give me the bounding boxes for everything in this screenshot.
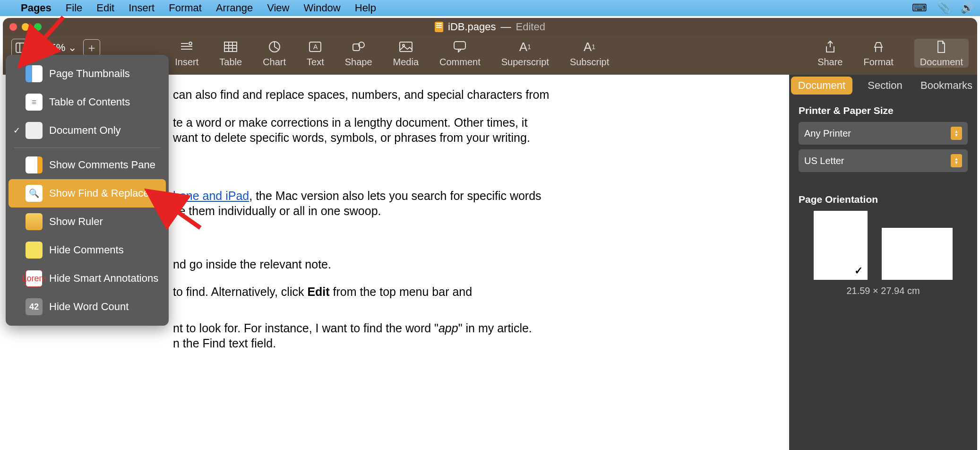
- minimize-button[interactable]: [22, 23, 29, 31]
- titlebar: iDB.pages — Edited: [3, 18, 977, 36]
- toolbar-text[interactable]: AText: [307, 39, 324, 68]
- menu-document-only[interactable]: ✓Document Only: [9, 116, 166, 145]
- shape-icon: [352, 39, 365, 55]
- menu-window[interactable]: Window: [304, 2, 341, 14]
- subscript-icon: A1: [584, 39, 595, 55]
- view-dropdown-menu: Page Thumbnails ≡Table of Contents ✓Docu…: [6, 55, 169, 326]
- inspector-tabs: Document Section Bookmarks: [789, 75, 977, 96]
- superscript-icon: A1: [519, 39, 531, 55]
- orientation-portrait[interactable]: [814, 211, 868, 280]
- checkmark-icon: ✓: [13, 125, 20, 136]
- toolbar-comment[interactable]: Comment: [439, 39, 481, 68]
- menu-view[interactable]: View: [267, 2, 289, 14]
- close-button[interactable]: [9, 23, 17, 31]
- toolbar-media[interactable]: Media: [393, 39, 419, 68]
- ruler-icon: [26, 213, 43, 230]
- menu-show-ruler[interactable]: Show Ruler: [9, 208, 166, 236]
- toc-icon: ≡: [26, 94, 43, 111]
- svg-line-22: [172, 208, 200, 228]
- sticky-note-icon: [26, 242, 43, 259]
- toolbar-table[interactable]: Table: [219, 39, 242, 68]
- tab-document[interactable]: Document: [791, 77, 852, 95]
- format-brush-icon: [873, 39, 884, 55]
- sidebar-icon: [16, 43, 28, 53]
- link-iphone-ipad[interactable]: hone and iPad: [173, 189, 249, 202]
- search-icon: 🔍: [26, 185, 43, 202]
- table-icon: [224, 39, 237, 55]
- svg-rect-0: [16, 43, 27, 52]
- svg-rect-18: [454, 42, 465, 49]
- svg-rect-6: [224, 42, 237, 52]
- attachment-icon[interactable]: 📎: [937, 2, 950, 14]
- orientation-header: Page Orientation: [799, 194, 968, 205]
- menu-insert[interactable]: Insert: [129, 2, 155, 14]
- share-icon: [825, 39, 835, 55]
- menu-hide-smart-annotations[interactable]: LoremHide Smart Annotations: [9, 264, 166, 293]
- add-page-button[interactable]: ＋: [83, 39, 100, 56]
- title-separator: —: [501, 21, 511, 33]
- menu-separator: [14, 147, 160, 148]
- menu-hide-word-count[interactable]: 42Hide Word Count: [9, 293, 166, 321]
- toolbar-document[interactable]: Document: [914, 39, 969, 68]
- word-count-icon: 42: [26, 298, 43, 315]
- annotation-arrow-menu: [167, 204, 205, 234]
- toolbar-chart[interactable]: Chart: [263, 39, 286, 68]
- comment-icon: [454, 39, 466, 55]
- menu-help[interactable]: Help: [355, 2, 376, 14]
- stepper-icon: ▲▼: [951, 127, 962, 140]
- chart-icon: [268, 39, 281, 55]
- menu-arrange[interactable]: Arrange: [216, 2, 253, 14]
- menu-show-find-replace[interactable]: 🔍Show Find & Replace: [9, 179, 166, 208]
- toolbar-shape[interactable]: Shape: [345, 39, 372, 68]
- annotation-arrow-top: [35, 17, 68, 52]
- menu-show-comments-pane[interactable]: Show Comments Pane: [9, 151, 166, 179]
- menu-edit[interactable]: Edit: [96, 2, 114, 14]
- chevron-down-icon: ⌄: [68, 42, 77, 54]
- volume-icon[interactable]: 🔊: [961, 2, 973, 14]
- thumbnails-icon: [26, 65, 43, 82]
- toolbar-superscript[interactable]: A1Superscript: [501, 39, 549, 68]
- app-menu[interactable]: Pages: [21, 2, 52, 14]
- svg-line-20: [40, 17, 63, 43]
- media-icon: [399, 39, 413, 55]
- insert-icon: [180, 39, 194, 55]
- view-menu-button[interactable]: [11, 39, 32, 57]
- doc-only-icon: [26, 122, 43, 139]
- menu-table-of-contents[interactable]: ≡Table of Contents: [9, 88, 166, 116]
- toolbar-subscript[interactable]: A1Subscript: [570, 39, 609, 68]
- printer-select[interactable]: Any Printer ▲▼: [799, 122, 968, 145]
- menu-hide-comments[interactable]: Hide Comments: [9, 236, 166, 264]
- document-status: Edited: [516, 21, 545, 33]
- toolbar-insert[interactable]: Insert: [175, 39, 198, 68]
- tab-bookmarks[interactable]: Bookmarks: [916, 79, 977, 92]
- svg-text:A: A: [313, 43, 318, 51]
- svg-point-5: [189, 42, 192, 45]
- stepper-icon: ▲▼: [951, 154, 962, 167]
- comments-pane-icon: [26, 156, 43, 173]
- document-file-icon: [435, 22, 443, 32]
- menu-page-thumbnails[interactable]: Page Thumbnails: [9, 60, 166, 88]
- menu-format[interactable]: Format: [169, 2, 202, 14]
- page-dimensions: 21.59 × 27.94 cm: [799, 286, 968, 296]
- tab-section[interactable]: Section: [854, 79, 916, 92]
- svg-rect-16: [400, 42, 412, 52]
- orientation-landscape[interactable]: [882, 228, 953, 280]
- document-filename: iDB.pages: [448, 21, 496, 33]
- text-icon: A: [309, 39, 321, 55]
- menu-file[interactable]: File: [66, 2, 82, 14]
- system-menubar: Pages File Edit Insert Format Arrange Vi…: [0, 0, 980, 16]
- document-icon: [937, 39, 946, 55]
- toolbar-format[interactable]: Format: [864, 39, 894, 68]
- lorem-icon: Lorem: [26, 270, 43, 287]
- input-menu-icon[interactable]: ⌨: [912, 2, 927, 14]
- toolbar-share[interactable]: Share: [817, 39, 842, 68]
- printer-paper-header: Printer & Paper Size: [799, 105, 968, 116]
- paper-size-select[interactable]: US Letter ▲▼: [799, 149, 968, 172]
- inspector-panel: Document Section Bookmarks Printer & Pap…: [789, 75, 977, 450]
